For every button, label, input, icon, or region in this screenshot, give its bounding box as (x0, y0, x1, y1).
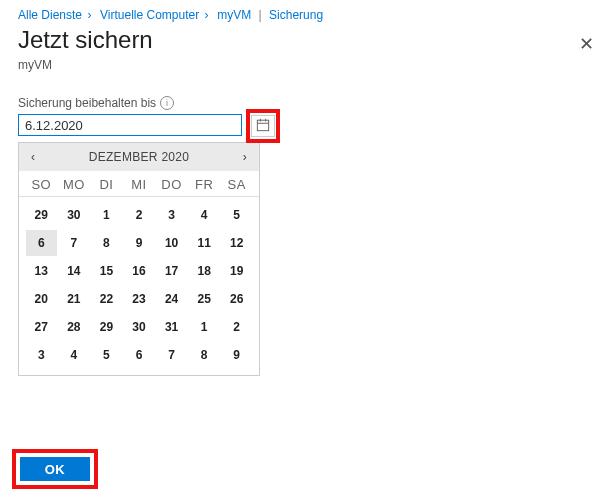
breadcrumb-link-vms[interactable]: Virtuelle Computer (100, 8, 199, 22)
info-icon[interactable]: i (160, 96, 174, 110)
calendar-day[interactable]: 6 (124, 342, 155, 368)
calendar-icon (256, 118, 270, 135)
calendar-dayname: FR (188, 177, 221, 192)
calendar-day[interactable]: 1 (189, 314, 220, 340)
calendar-day[interactable]: 10 (156, 230, 187, 256)
calendar-day[interactable]: 5 (91, 342, 122, 368)
page-title: Jetzt sichern (18, 26, 153, 54)
calendar-dayname: SO (25, 177, 58, 192)
calendar-day[interactable]: 7 (59, 230, 90, 256)
calendar-popup: ‹ DEZEMBER 2020 › SOMODIMIDOFRSA 2930123… (18, 142, 260, 376)
calendar-day[interactable]: 9 (124, 230, 155, 256)
calendar-day[interactable]: 1 (91, 202, 122, 228)
calendar-day[interactable]: 9 (221, 342, 252, 368)
breadcrumb-current: Sicherung (269, 8, 323, 22)
highlight-calendar-button (246, 109, 280, 143)
calendar-button[interactable] (251, 115, 275, 137)
highlight-ok-button: OK (12, 449, 98, 489)
calendar-day[interactable]: 8 (189, 342, 220, 368)
calendar-day[interactable]: 29 (91, 314, 122, 340)
retain-until-label: Sicherung beibehalten bis (18, 96, 156, 110)
calendar-dayname: MI (123, 177, 156, 192)
calendar-day[interactable]: 24 (156, 286, 187, 312)
calendar-title[interactable]: DEZEMBER 2020 (89, 150, 190, 164)
breadcrumb: Alle Dienste › Virtuelle Computer › myVM… (18, 8, 594, 22)
calendar-day[interactable]: 18 (189, 258, 220, 284)
calendar-dayname: DI (90, 177, 123, 192)
calendar-prev-button[interactable]: ‹ (27, 148, 39, 166)
chevron-right-icon: › (87, 8, 91, 22)
calendar-day[interactable]: 3 (156, 202, 187, 228)
calendar-day[interactable]: 22 (91, 286, 122, 312)
calendar-day[interactable]: 17 (156, 258, 187, 284)
date-field-label: Sicherung beibehalten bis i (18, 96, 594, 110)
calendar-day[interactable]: 31 (156, 314, 187, 340)
calendar-day[interactable]: 8 (91, 230, 122, 256)
page-subtitle: myVM (18, 58, 594, 72)
calendar-day[interactable]: 14 (59, 258, 90, 284)
calendar-day[interactable]: 3 (26, 342, 57, 368)
breadcrumb-link-myvm[interactable]: myVM (217, 8, 251, 22)
ok-button[interactable]: OK (20, 457, 90, 481)
calendar-day[interactable]: 7 (156, 342, 187, 368)
calendar-day[interactable]: 27 (26, 314, 57, 340)
calendar-dayname: SA (220, 177, 253, 192)
calendar-day[interactable]: 30 (124, 314, 155, 340)
chevron-right-icon: › (205, 8, 209, 22)
retain-until-input[interactable] (18, 114, 242, 136)
calendar-day[interactable]: 28 (59, 314, 90, 340)
calendar-day[interactable]: 26 (221, 286, 252, 312)
svg-rect-0 (257, 120, 268, 131)
calendar-day[interactable]: 20 (26, 286, 57, 312)
calendar-day[interactable]: 29 (26, 202, 57, 228)
calendar-day[interactable]: 6 (26, 230, 57, 256)
calendar-dayname: MO (58, 177, 91, 192)
calendar-day[interactable]: 30 (59, 202, 90, 228)
calendar-next-button[interactable]: › (239, 148, 251, 166)
calendar-day[interactable]: 23 (124, 286, 155, 312)
calendar-day[interactable]: 5 (221, 202, 252, 228)
calendar-day[interactable]: 13 (26, 258, 57, 284)
calendar-dayname: DO (155, 177, 188, 192)
calendar-day[interactable]: 15 (91, 258, 122, 284)
calendar-day[interactable]: 16 (124, 258, 155, 284)
calendar-day[interactable]: 4 (189, 202, 220, 228)
breadcrumb-link-all-services[interactable]: Alle Dienste (18, 8, 82, 22)
calendar-day[interactable]: 2 (124, 202, 155, 228)
calendar-day[interactable]: 4 (59, 342, 90, 368)
close-icon[interactable]: ✕ (579, 26, 594, 56)
calendar-day[interactable]: 11 (189, 230, 220, 256)
calendar-day[interactable]: 12 (221, 230, 252, 256)
calendar-day[interactable]: 19 (221, 258, 252, 284)
calendar-day[interactable]: 21 (59, 286, 90, 312)
calendar-day[interactable]: 2 (221, 314, 252, 340)
calendar-day[interactable]: 25 (189, 286, 220, 312)
breadcrumb-separator: | (259, 8, 262, 22)
